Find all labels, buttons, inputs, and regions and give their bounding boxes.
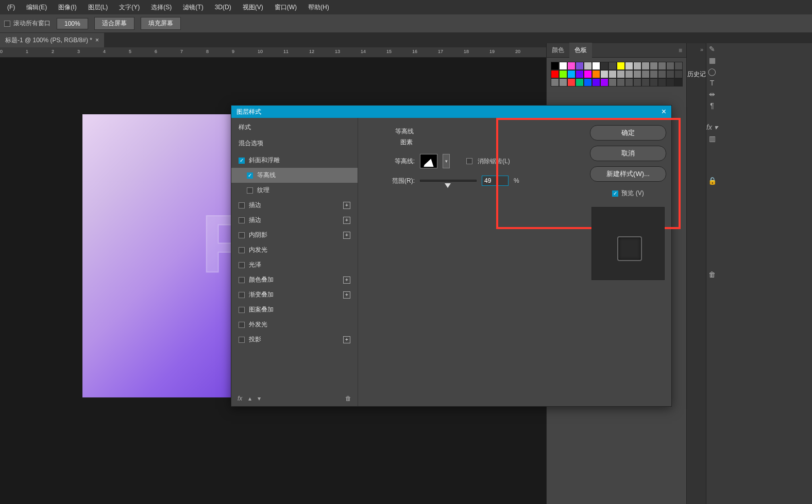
zoom-level-button[interactable]: 100% [57,18,88,29]
swatch[interactable] [559,62,567,70]
panel-menu-icon[interactable]: ≡ [679,47,682,54]
brush-icon[interactable]: ✎ [706,43,718,55]
swatches-panel-tab[interactable]: 色板 [569,43,592,58]
swatch[interactable] [633,70,641,78]
type-icon[interactable]: T [706,77,718,89]
swatch[interactable] [584,78,592,86]
swatch[interactable] [650,70,658,78]
lock-icon[interactable]: 🔒 [706,175,718,186]
circle-icon[interactable]: ◯ [706,66,718,77]
overflow-icon[interactable]: » [700,46,704,53]
swatch[interactable] [674,62,683,70]
checkbox-icon[interactable] [239,307,245,313]
color-overlay-row[interactable]: 颜色叠加 + [231,272,358,287]
add-instance-icon[interactable]: + [343,291,350,299]
menu-edit[interactable]: 编辑(E) [21,1,52,14]
swatch[interactable] [641,78,650,86]
swatch[interactable] [567,70,576,78]
swatch[interactable] [650,78,658,86]
swatch[interactable] [600,78,608,86]
color-panel-tab[interactable]: 颜色 [547,43,569,58]
swatch[interactable] [658,70,666,78]
menu-view[interactable]: 视图(V) [238,1,268,14]
panel-icon[interactable]: ▥ [706,133,718,144]
menu-window[interactable]: 窗口(W) [269,1,302,14]
checkbox-icon[interactable]: ✓ [239,158,245,164]
checkbox-icon[interactable] [239,262,245,268]
range-value-input[interactable] [482,176,509,186]
checkbox-icon[interactable]: ✓ [612,190,618,197]
checkbox-icon[interactable] [239,247,245,253]
preview-toggle[interactable]: ✓ 预览 (V) [590,189,666,198]
contour-row[interactable]: ✓ 等高线 [231,168,358,183]
stroke-row-1[interactable]: 描边 + [231,198,358,213]
anti-alias-checkbox[interactable] [466,158,472,164]
menu-image[interactable]: 图像(I) [53,1,81,14]
swatch[interactable] [567,62,576,70]
checkbox-icon[interactable] [239,232,245,238]
bevel-emboss-row[interactable]: ✓ 斜面和浮雕 [231,153,358,168]
checkbox-icon[interactable]: ✓ [247,172,253,179]
swatch[interactable] [600,62,608,70]
canvas-artboard[interactable]: P [82,114,232,397]
swatch[interactable] [625,78,633,86]
checkbox-icon[interactable] [239,217,245,223]
swatch[interactable] [666,62,674,70]
swatch[interactable] [625,70,633,78]
swatch[interactable] [551,62,559,70]
swatch[interactable] [592,78,600,86]
align-icon[interactable]: ⇹ [706,89,718,100]
menu-3d[interactable]: 3D(D) [210,2,236,13]
add-instance-icon[interactable]: + [343,232,350,239]
cancel-button[interactable]: 取消 [590,146,666,161]
add-instance-icon[interactable]: + [343,202,350,209]
checkbox-icon[interactable] [239,322,245,328]
checkbox-icon[interactable] [239,277,245,283]
checkbox-icon[interactable] [239,202,245,208]
styles-header[interactable]: 样式 [231,118,358,137]
outer-glow-row[interactable]: 外发光 [231,317,358,332]
swatch[interactable] [584,62,592,70]
checkbox-icon[interactable] [239,337,245,343]
swatch[interactable] [674,78,683,86]
swatch[interactable] [576,70,584,78]
add-instance-icon[interactable]: + [343,276,350,284]
swatch[interactable] [592,70,600,78]
slider-thumb-icon[interactable] [445,183,451,188]
swatches-icon[interactable]: ▦ [706,55,718,66]
stroke-row-2[interactable]: 描边 + [231,213,358,228]
menu-layer[interactable]: 图层(L) [83,1,113,14]
close-tab-icon[interactable]: × [95,37,99,44]
fx-label[interactable]: fx [238,395,242,402]
contour-dropdown-icon[interactable]: ▾ [443,154,450,168]
swatch[interactable] [641,70,650,78]
paragraph-icon[interactable]: ¶ [706,100,718,111]
swatch[interactable] [608,62,617,70]
swatch[interactable] [617,62,625,70]
range-slider[interactable] [420,180,477,182]
fx-icon[interactable]: fx ▾ [706,121,718,133]
swatch[interactable] [650,62,658,70]
checkbox-icon[interactable] [247,187,253,194]
document-tab[interactable]: 标题-1 @ 100% (PS, RGB/8#) * × [0,33,104,47]
inner-shadow-row[interactable]: 内阴影 + [231,228,358,242]
delete-style-icon[interactable]: 🗑 [345,395,351,402]
fit-screen-button[interactable]: 适合屏幕 [94,17,134,30]
move-up-icon[interactable]: ▴ [248,395,251,402]
history-panel-tab[interactable]: 历史记 [687,70,706,79]
swatch[interactable] [617,70,625,78]
swatch[interactable] [551,78,559,86]
swatch[interactable] [608,78,617,86]
swatch[interactable] [658,62,666,70]
menu-filter[interactable]: 滤镜(T) [178,1,208,14]
trash-icon[interactable]: 🗑 [706,269,718,280]
add-instance-icon[interactable]: + [343,336,350,343]
dialog-titlebar[interactable]: 图层样式 × [231,106,671,118]
gradient-overlay-row[interactable]: 渐变叠加 + [231,287,358,302]
swatch[interactable] [559,70,567,78]
pattern-overlay-row[interactable]: 图案叠加 [231,302,358,317]
swatch[interactable] [625,62,633,70]
contour-picker[interactable] [420,154,437,168]
swatch[interactable] [567,78,576,86]
swatch[interactable] [666,78,674,86]
